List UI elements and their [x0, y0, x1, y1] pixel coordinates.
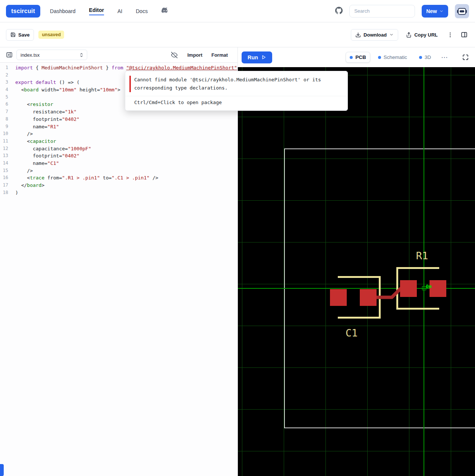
- viewer-tabs: PCB Schematic 3D ⋯: [346, 52, 469, 63]
- tab-3d-label: 3D: [425, 54, 431, 60]
- github-icon[interactable]: [335, 7, 343, 16]
- chevron-down-icon: [389, 32, 394, 37]
- save-button[interactable]: Save: [6, 29, 34, 41]
- line-number: 9: [0, 123, 13, 131]
- discord-link[interactable]: [161, 0, 169, 22]
- format-button[interactable]: Format: [211, 52, 228, 58]
- pcb-pad[interactable]: [430, 280, 446, 297]
- play-icon: [261, 55, 266, 60]
- line-number: 13: [0, 152, 13, 160]
- nav-item-dashboard-label: Dashboard: [50, 8, 76, 14]
- file-select[interactable]: index.tsx: [16, 50, 87, 60]
- panel-collapse-icon: [6, 51, 13, 58]
- component-label-c1: C1: [346, 327, 358, 339]
- avatar[interactable]: [455, 4, 469, 18]
- code-line[interactable]: 17 </board>: [0, 182, 238, 189]
- new-button-label: New: [426, 8, 437, 14]
- file-toolbar: Save unsaved Download Copy URL: [0, 22, 475, 47]
- code-line[interactable]: 15 />: [0, 167, 238, 175]
- toggle-sidebar-button[interactable]: [5, 51, 13, 59]
- nav-item-dashboard[interactable]: Dashboard: [50, 0, 76, 22]
- code-line-text: </board>: [13, 182, 44, 189]
- new-button[interactable]: New: [422, 5, 448, 18]
- code-area[interactable]: 1import { MediumMachinePinShort } from "…: [0, 63, 238, 476]
- code-line-text: import { MediumMachinePinShort } from "@…: [13, 64, 237, 72]
- import-button[interactable]: Import: [187, 52, 202, 58]
- code-line[interactable]: 9 name="R1": [0, 123, 238, 131]
- pcb-pad[interactable]: [400, 280, 417, 297]
- robot-avatar-icon: [456, 6, 468, 17]
- nav-item-docs[interactable]: Docs: [136, 0, 148, 22]
- code-line-text: name="R1": [13, 123, 59, 131]
- code-line[interactable]: 16 <trace from=".R1 > .pin1" to=".C1 > .…: [0, 174, 238, 182]
- kebab-menu-button[interactable]: [446, 30, 455, 40]
- editor-actions: Import Format: [170, 51, 232, 59]
- line-number: 3: [0, 79, 13, 86]
- error-tooltip: Cannot find module '@tsci/raykholo.Mediu…: [125, 71, 348, 111]
- viewer-toolbar: Run PCB Schematic 3D ⋯: [238, 47, 475, 67]
- code-line[interactable]: 13 footprint="0402": [0, 152, 238, 160]
- line-number: 16: [0, 174, 13, 182]
- line-number: 6: [0, 101, 13, 108]
- tab-pcb[interactable]: PCB: [346, 52, 370, 63]
- nav-item-docs-label: Docs: [136, 8, 148, 14]
- copy-url-button[interactable]: Copy URL: [403, 29, 441, 40]
- code-editor-panel: index.tsx Import Format 1import { Medium…: [0, 47, 238, 476]
- line-number: 2: [0, 72, 13, 79]
- tscircuit-logo[interactable]: tscircuit: [6, 5, 40, 18]
- code-line-text: ): [13, 189, 18, 197]
- code-line[interactable]: 11 <capacitor: [0, 138, 238, 145]
- line-number: 1: [0, 64, 13, 72]
- search-input[interactable]: [349, 5, 415, 18]
- line-number: 10: [0, 130, 13, 138]
- file-select-value: index.tsx: [21, 52, 40, 58]
- origin-label: 0m: [426, 284, 432, 289]
- code-line-text: <trace from=".R1 > .pin1" to=".C1 > .pin…: [13, 174, 158, 182]
- app-window: tscircuit Dashboard Editor AI Docs New: [0, 0, 475, 476]
- line-number: 4: [0, 86, 13, 94]
- viewer-more-button[interactable]: ⋯: [439, 53, 450, 62]
- pcb-pad[interactable]: [330, 289, 347, 306]
- code-line[interactable]: 1import { MediumMachinePinShort } from "…: [0, 64, 238, 72]
- download-button[interactable]: Download: [351, 29, 398, 41]
- code-line[interactable]: 14 name="C1": [0, 160, 238, 167]
- pcb-trace[interactable]: [238, 67, 475, 476]
- unsaved-badge: unsaved: [38, 31, 64, 39]
- nav-item-editor-label: Editor: [89, 7, 104, 15]
- fit-view-icon: [462, 54, 469, 61]
- line-number: 18: [0, 189, 13, 197]
- console-toggle[interactable]: [0, 464, 4, 476]
- code-line-text: <resistor: [13, 101, 53, 108]
- line-number: 17: [0, 182, 13, 189]
- code-line[interactable]: 12 capacitance="1000pF": [0, 145, 238, 153]
- pcb-dot-icon: [350, 56, 353, 59]
- code-line-text: capacitance="1000pF": [13, 145, 91, 153]
- pcb-pad[interactable]: [360, 289, 377, 306]
- code-line[interactable]: 10 />: [0, 130, 238, 138]
- component-label-r1: R1: [416, 250, 428, 262]
- editor-toolbar: index.tsx Import Format: [0, 47, 238, 63]
- download-icon: [355, 32, 361, 38]
- code-line-text: />: [13, 167, 33, 175]
- run-button[interactable]: Run: [242, 51, 272, 63]
- code-line-text: export default () => (: [13, 79, 79, 86]
- file-toolbar-right: Download Copy URL: [351, 29, 469, 41]
- eye-slash-button[interactable]: [170, 51, 178, 59]
- layout-panel-button[interactable]: [459, 30, 469, 40]
- code-line-text: name="C1": [13, 160, 59, 167]
- code-line-text: <board width="10mm" height="10mm">: [13, 86, 120, 94]
- pcb-canvas[interactable]: 0m R1 C1: [238, 67, 475, 476]
- kebab-menu-icon: [447, 32, 453, 38]
- error-tooltip-hint[interactable]: Ctrl/Cmd+Click to open package: [125, 96, 347, 110]
- nav-item-ai-label: AI: [117, 8, 122, 14]
- line-number: 5: [0, 94, 13, 101]
- nav-item-editor[interactable]: Editor: [89, 0, 104, 22]
- nav-item-ai[interactable]: AI: [117, 0, 122, 22]
- tab-schematic[interactable]: Schematic: [374, 52, 411, 63]
- navbar-right: New: [335, 4, 469, 18]
- fit-view-button[interactable]: [462, 54, 469, 61]
- code-line[interactable]: 18): [0, 189, 238, 197]
- tab-3d[interactable]: 3D: [415, 52, 435, 63]
- schematic-dot-icon: [378, 56, 381, 59]
- code-line[interactable]: 8 footprint="0402": [0, 116, 238, 123]
